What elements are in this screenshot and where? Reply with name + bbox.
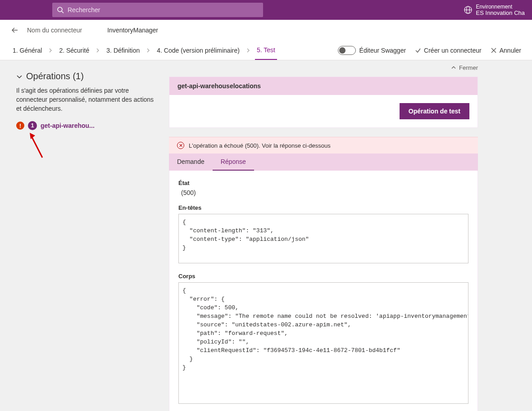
body-textarea[interactable] [178,282,468,404]
sidebar: Opérations (1) Il s'agit des opérations … [0,60,169,411]
error-badge-icon: ! [16,122,24,130]
swagger-toggle-label: Éditeur Swagger [359,47,406,54]
operations-title: Opérations (1) [26,71,84,81]
status-value: (500) [181,189,468,196]
top-bar: Environnement ES Innovation Cha [0,0,532,20]
body-label: Corps [178,273,468,280]
steps-tabs: 1. Général 2. Sécurité 3. Définition 4. … [0,41,532,60]
content-area: Fermer get-api-warehouselocations Opérat… [169,60,532,411]
operation-card-title: get-api-warehouselocations [169,77,477,95]
arrow-annotation [29,133,155,160]
error-circle-icon: ✕ [177,142,184,149]
close-icon [491,47,497,54]
toggle-switch[interactable] [338,46,356,55]
environment-name: ES Innovation Cha [476,10,525,16]
search-box[interactable] [52,3,263,17]
back-button[interactable] [11,26,20,34]
environment-label: Environnement [476,4,525,10]
error-message: L'opération a échoué (500). Voir la répo… [189,142,331,149]
cancel-button[interactable]: Annuler [491,47,521,54]
number-badge: 1 [28,121,37,130]
search-icon [57,6,64,14]
breadcrumb: Nom du connecteur InventoryManager [0,20,532,41]
operation-item[interactable]: ! 1 get-api-warehou... [16,121,155,130]
status-label: État [178,180,468,186]
close-panel-button[interactable]: Fermer [451,63,478,72]
tab-request[interactable]: Demande [169,154,213,171]
create-connector-button[interactable]: Créer un connecteur [415,47,482,54]
operation-card: get-api-warehouselocations Opération de … [169,77,478,128]
chevron-up-icon [451,65,456,70]
search-input[interactable] [68,6,259,14]
svg-line-8 [32,136,42,158]
swagger-toggle[interactable]: Éditeur Swagger [338,46,406,55]
response-body: État (500) En-têtes Corps [169,171,478,411]
step-test[interactable]: 5. Test [255,41,277,60]
error-banner: ✕ L'opération a échoué (500). Voir la ré… [169,137,478,154]
chevron-down-icon [16,73,23,80]
operation-name: get-api-warehou... [41,122,95,129]
environment-selector[interactable]: Environnement ES Innovation Cha [464,4,525,16]
breadcrumb-label: Nom du connecteur [27,27,82,34]
svg-point-0 [58,7,62,12]
tab-response[interactable]: Réponse [213,154,254,171]
chevron-right-icon [141,48,155,53]
chevron-right-icon [91,48,105,53]
headers-textarea[interactable] [178,214,468,263]
step-definition[interactable]: 3. Définition [105,41,141,60]
step-code[interactable]: 4. Code (version préliminaire) [155,41,241,60]
headers-label: En-têtes [178,204,468,211]
chevron-right-icon [241,48,255,53]
globe-icon [464,5,473,14]
step-security[interactable]: 2. Sécurité [57,41,91,60]
breadcrumb-value: InventoryManager [107,27,158,34]
response-tabs: Demande Réponse [169,154,478,171]
test-operation-button[interactable]: Opération de test [400,103,469,119]
checkmark-icon [415,47,421,54]
svg-line-1 [62,11,64,13]
step-general[interactable]: 1. Général [11,41,44,60]
chevron-right-icon [44,48,57,53]
operations-header[interactable]: Opérations (1) [16,71,155,81]
operations-description: Il s'agit des opérations définies par vo… [16,86,155,113]
